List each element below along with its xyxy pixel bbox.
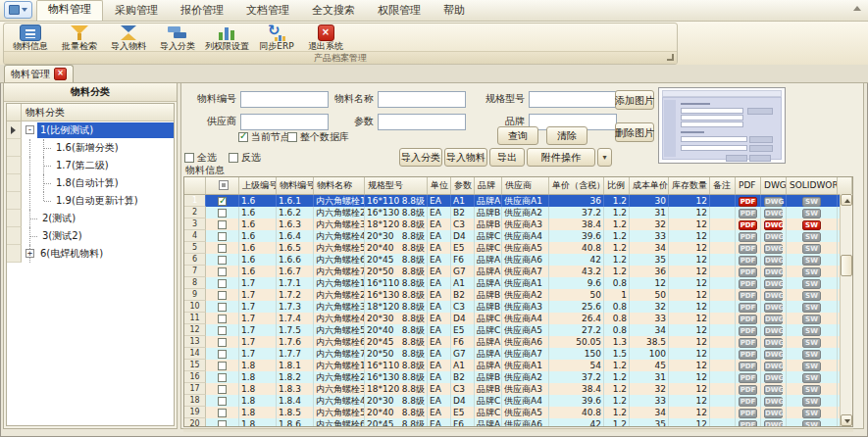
clear-button[interactable]: 清除 [546, 126, 587, 145]
material-row-5[interactable]: 51.61.6.5内六角螺栓520*408.8级EAE5品牌C供应商A540.8… [184, 242, 852, 254]
pdf-file-button[interactable]: PDF [739, 397, 757, 407]
search-scope-checkbox-2[interactable]: 整个数据库 [287, 130, 349, 143]
row-checkbox[interactable] [218, 256, 227, 265]
pdf-file-button[interactable]: PDF [739, 256, 757, 266]
collapse-icon[interactable]: - [26, 125, 34, 134]
material-row-20[interactable]: 201.81.8.6内六角螺栓620*458.8级EAF6品牌A供应商A6421… [184, 418, 852, 427]
menu-tab-6[interactable]: 权限管理 [367, 1, 432, 21]
row-checkbox[interactable] [218, 338, 227, 347]
pdf-file-button[interactable]: PDF [739, 267, 757, 277]
vertical-scrollbar[interactable] [840, 194, 852, 426]
scroll-down-icon[interactable] [841, 414, 852, 426]
sw-file-button[interactable]: SW [802, 350, 821, 360]
column-header-code[interactable]: 物料编号 [277, 177, 314, 194]
dwg-file-button[interactable]: DWG [764, 315, 783, 324]
dwg-file-button[interactable]: DWG [764, 338, 783, 348]
tree-node-2[interactable]: 1.6(新增分类) [7, 139, 174, 157]
select-all-checkbox[interactable]: 全选 [184, 151, 217, 164]
material-row-19[interactable]: 191.81.8.5内六角螺栓520*408.8级EAE5品牌C供应商A540.… [184, 407, 852, 418]
scroll-up-icon[interactable] [841, 194, 852, 206]
pdf-file-button[interactable]: PDF [739, 279, 757, 289]
sw-file-button[interactable]: SW [802, 373, 821, 383]
ribbon-button-column-permission[interactable]: 列权限设置 [202, 24, 252, 53]
column-header-chk[interactable] [206, 177, 239, 194]
ribbon-button-import-category[interactable]: 导入分类 [153, 24, 202, 53]
pdf-file-button[interactable]: PDF [739, 326, 757, 336]
delete-picture-button[interactable]: 删除图片 [615, 122, 654, 142]
material-row-6[interactable]: 61.61.6.6内六角螺栓620*458.8级EAF6品牌A供应商A6421.… [184, 254, 852, 266]
select-all-header-icon[interactable] [219, 180, 229, 190]
import-material-button[interactable]: 导入物料 [444, 148, 487, 167]
column-header-spec[interactable]: 规格型号 [365, 177, 428, 194]
row-checkbox[interactable] [218, 397, 227, 406]
pdf-file-button[interactable]: PDF [739, 315, 757, 324]
material-row-18[interactable]: 181.81.8.4内六角螺栓420*308.8级EAD4品牌C供应商A439.… [184, 395, 852, 407]
material-row-14[interactable]: 141.71.7.7内六角螺栓720*508.8级EAG7品牌A供应商A7150… [184, 348, 852, 360]
ribbon-button-sync-erp[interactable]: 同步ERP [252, 24, 301, 53]
close-icon[interactable]: × [54, 68, 67, 80]
import-category-button[interactable]: 导入分类 [399, 148, 442, 167]
sw-file-button[interactable]: SW [802, 232, 821, 242]
tree-node-1[interactable]: -1(比例测试) [7, 121, 174, 139]
dwg-file-button[interactable]: DWG [764, 350, 783, 360]
row-checkbox[interactable] [218, 291, 227, 300]
row-checkbox[interactable] [218, 267, 227, 276]
document-tab-material[interactable]: 物料管理 × [4, 65, 74, 82]
row-checkbox[interactable] [218, 350, 227, 359]
material-row-11[interactable]: 111.71.7.4内六角螺栓420*308.8级EAD4品牌C供应商A426.… [184, 313, 852, 324]
group-dialog-launcher-icon[interactable] [667, 54, 674, 61]
pdf-file-button[interactable]: PDF [739, 197, 757, 207]
query-button[interactable]: 查询 [497, 126, 538, 145]
dwg-file-button[interactable]: DWG [764, 279, 783, 289]
ribbon-button-material-info[interactable]: 物料信息 [6, 24, 55, 53]
pdf-file-button[interactable]: PDF [739, 220, 757, 230]
material-row-13[interactable]: 131.71.7.6内六角螺栓620*458.8级EAF6品牌A供应商A650.… [184, 336, 852, 348]
pdf-file-button[interactable]: PDF [739, 373, 757, 383]
sw-file-button[interactable]: SW [802, 315, 821, 324]
column-header-sw[interactable]: SOLIDWORKS [787, 177, 838, 194]
material-row-3[interactable]: 31.61.6.3内六角螺栓318*1208.8级EAC3品牌B供应商A338.… [184, 218, 852, 230]
sw-file-button[interactable]: SW [802, 409, 821, 418]
sw-file-button[interactable]: SW [802, 303, 821, 313]
ribbon-collapse-button[interactable] [853, 6, 861, 11]
column-header-pdf[interactable]: PDF [736, 177, 761, 194]
row-checkbox[interactable] [218, 244, 227, 253]
horizontal-scrollbar-track[interactable] [183, 428, 853, 432]
dwg-file-button[interactable]: DWG [764, 220, 783, 230]
expand-icon[interactable]: + [26, 249, 34, 258]
sw-file-button[interactable]: SW [802, 420, 821, 427]
sw-file-button[interactable]: SW [802, 220, 821, 230]
row-checkbox[interactable] [218, 209, 227, 218]
dwg-file-button[interactable]: DWG [764, 373, 783, 383]
material-row-15[interactable]: 151.81.8.1内六角螺栓116*1108.8级EAA1品牌A供应商A154… [184, 360, 852, 371]
row-checkbox[interactable] [218, 197, 227, 206]
pdf-file-button[interactable]: PDF [739, 362, 757, 371]
column-header-unit[interactable]: 单位 [428, 177, 451, 194]
menu-tab-2[interactable]: 采购管理 [104, 1, 169, 21]
dwg-file-button[interactable]: DWG [764, 267, 783, 277]
material-row-17[interactable]: 171.81.8.3内六角螺栓318*1208.8级EAC3品牌B供应商A338… [184, 383, 852, 395]
row-checkbox[interactable] [218, 409, 227, 417]
sw-file-button[interactable]: SW [802, 244, 821, 254]
material-row-12[interactable]: 121.71.7.5内六角螺栓520*408.8级EAE5品牌C供应商A527.… [184, 324, 852, 336]
tree-node-6[interactable]: 2(测试) [7, 210, 174, 227]
row-checkbox[interactable] [218, 420, 227, 428]
sw-file-button[interactable]: SW [802, 397, 821, 407]
attachment-actions-button[interactable]: 附件操作 [527, 148, 595, 167]
column-header-note[interactable]: 备注 [710, 177, 736, 194]
pdf-file-button[interactable]: PDF [739, 303, 757, 313]
column-header-price[interactable]: 单价（含税） [549, 177, 604, 194]
invert-selection-checkbox[interactable]: 反选 [229, 151, 261, 164]
ribbon-button-exit[interactable]: ×退出系统 [301, 24, 350, 53]
dwg-file-button[interactable]: DWG [764, 232, 783, 242]
column-header-dwg[interactable]: DWG [761, 177, 787, 194]
row-checkbox[interactable] [218, 315, 227, 323]
material-row-2[interactable]: 21.61.6.2内六角螺栓216*1308.8级EAB2品牌B供应商A237.… [184, 207, 852, 218]
menu-tab-1[interactable]: 物料管理 [36, 0, 103, 21]
scrollbar-thumb[interactable] [841, 255, 852, 276]
dwg-file-button[interactable]: DWG [764, 397, 783, 407]
tree-node-4[interactable]: 1.8(自动计算) [7, 174, 174, 192]
sw-file-button[interactable]: SW [802, 338, 821, 348]
column-header-ratio[interactable]: 比例 [604, 177, 630, 194]
search-input-r2c1[interactable] [240, 114, 329, 130]
